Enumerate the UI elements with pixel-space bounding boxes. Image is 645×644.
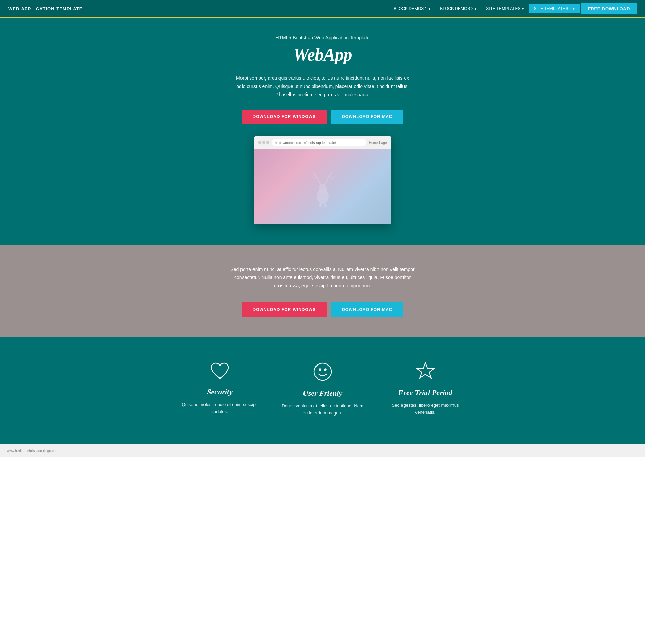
browser-dot-3 bbox=[266, 141, 269, 144]
free-download-button[interactable]: FREE DOWNLOAD bbox=[581, 3, 637, 14]
browser-url: https://mobirise.com/bootstrap-template/ bbox=[272, 139, 366, 146]
download-windows-button-hero[interactable]: DOWNLOAD FOR WINDOWS bbox=[242, 110, 327, 124]
svg-point-16 bbox=[324, 369, 326, 370]
browser-bar: https://mobirise.com/bootstrap-template/… bbox=[254, 136, 391, 149]
svg-point-5 bbox=[319, 184, 327, 194]
browser-dot-1 bbox=[258, 141, 261, 144]
hero-title: WebApp bbox=[7, 45, 638, 65]
svg-line-6 bbox=[316, 176, 321, 185]
feature-user-friendly: User Frienly Donec vehicula et tellus ac… bbox=[282, 361, 364, 417]
browser-content bbox=[254, 149, 391, 224]
nav-brand: WEB APPLICATION TEMPLATE bbox=[8, 6, 83, 11]
middle-buttons: DOWNLOAD FOR WINDOWS DOWNLOAD FOR MAC bbox=[7, 302, 638, 317]
svg-point-14 bbox=[314, 363, 331, 380]
download-windows-button-middle[interactable]: DOWNLOAD FOR WINDOWS bbox=[242, 302, 327, 317]
nav-site-templates[interactable]: SITE TEMPLATES ▾ bbox=[482, 3, 528, 14]
nav-block-demos-2[interactable]: BLOCK DEMOS 2 ▾ bbox=[436, 3, 481, 14]
free-trial-title: Free Trial Period bbox=[384, 388, 467, 397]
nav-site-templates-2[interactable]: SITE TEMPLATES 2 ▾ bbox=[529, 4, 580, 13]
security-title: Security bbox=[179, 387, 261, 396]
feature-free-trial: Free Trial Period Sed egestas, libero eg… bbox=[384, 361, 467, 417]
features-grid: Security Quisque molestie odio et enim s… bbox=[169, 361, 477, 417]
middle-description: Sed porta enim nunc, at efficitur lectus… bbox=[230, 265, 415, 290]
chevron-down-icon: ▾ bbox=[522, 7, 524, 11]
svg-line-13 bbox=[330, 177, 334, 179]
smile-icon bbox=[282, 361, 364, 382]
chevron-down-icon: ▾ bbox=[475, 7, 476, 11]
svg-line-12 bbox=[330, 173, 332, 176]
deer-icon bbox=[306, 165, 340, 208]
user-friendly-title: User Frienly bbox=[282, 389, 364, 398]
hero-subtitle: HTML5 Bootstrap Web Application Template bbox=[7, 35, 638, 40]
chevron-down-icon: ▾ bbox=[573, 6, 575, 11]
svg-line-8 bbox=[314, 173, 316, 176]
footer: www.heritagechristiancollege.com bbox=[0, 444, 645, 457]
download-mac-button-hero[interactable]: DOWNLOAD FOR MAC bbox=[331, 110, 403, 124]
hero-section: HTML5 Bootstrap Web Application Template… bbox=[0, 18, 645, 245]
svg-line-10 bbox=[325, 176, 330, 185]
browser-home: Home Page bbox=[369, 141, 387, 145]
security-text: Quisque molestie odio et enim suscipit s… bbox=[179, 401, 261, 416]
browser-mockup: https://mobirise.com/bootstrap-template/… bbox=[254, 136, 391, 224]
feature-security: Security Quisque molestie odio et enim s… bbox=[179, 361, 261, 417]
heart-icon bbox=[179, 361, 261, 381]
chevron-down-icon: ▾ bbox=[429, 7, 430, 11]
user-friendly-text: Donec vehicula et tellus ac tristique. N… bbox=[282, 402, 364, 417]
features-section: Security Quisque molestie odio et enim s… bbox=[0, 337, 645, 444]
svg-rect-3 bbox=[319, 204, 320, 207]
browser-dot-2 bbox=[262, 141, 265, 144]
star-icon bbox=[384, 361, 467, 381]
navbar: WEB APPLICATION TEMPLATE BLOCK DEMOS 1 ▾… bbox=[0, 0, 645, 18]
svg-point-15 bbox=[319, 369, 321, 370]
middle-section: Sed porta enim nunc, at efficitur lectus… bbox=[0, 245, 645, 337]
svg-line-9 bbox=[312, 177, 316, 179]
nav-block-demos-1[interactable]: BLOCK DEMOS 1 ▾ bbox=[389, 3, 434, 14]
svg-rect-4 bbox=[325, 204, 327, 207]
free-trial-text: Sed egestas, libero eget maximus venenat… bbox=[384, 402, 467, 416]
nav-links: BLOCK DEMOS 1 ▾ BLOCK DEMOS 2 ▾ SITE TEM… bbox=[389, 3, 637, 14]
hero-description: Morbi semper, arcu quis varius ultricies… bbox=[234, 74, 412, 99]
footer-url: www.heritagechristiancollege.com bbox=[7, 449, 59, 453]
svg-marker-17 bbox=[417, 363, 434, 378]
hero-buttons: DOWNLOAD FOR WINDOWS DOWNLOAD FOR MAC bbox=[7, 110, 638, 124]
download-mac-button-middle[interactable]: DOWNLOAD FOR MAC bbox=[331, 302, 403, 317]
browser-dots bbox=[258, 141, 269, 144]
